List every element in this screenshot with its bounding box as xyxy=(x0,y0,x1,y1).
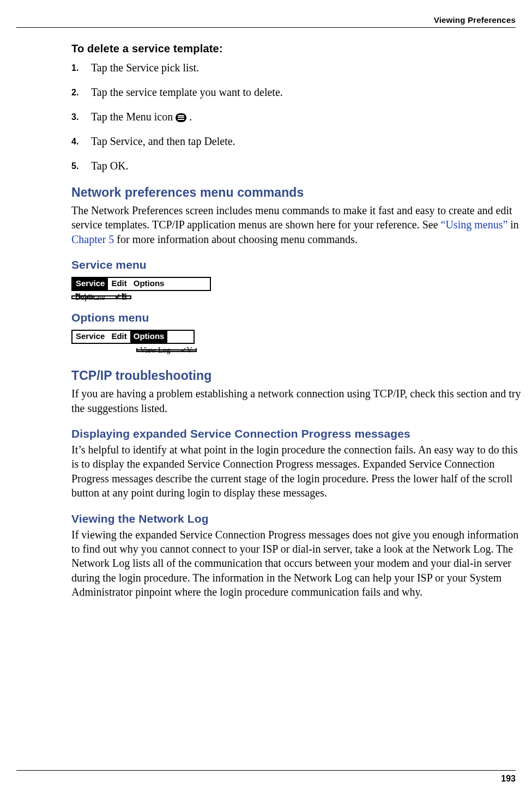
link-chapter-5[interactable]: Chapter 5 xyxy=(71,233,114,245)
menu-dropdown: New✓N Delete…✓D Duplicate✓L xyxy=(72,296,130,298)
step-3: Tap the Menu icon . xyxy=(71,110,524,124)
step-text: Tap the Service pick list. xyxy=(91,62,199,74)
text-run: for more information about choosing menu… xyxy=(114,233,358,245)
menu-dropdown: View Log✓V xyxy=(137,350,196,351)
menu-bar-item-service: Service xyxy=(72,331,108,343)
step-2: Tap the service template you want to del… xyxy=(71,85,524,100)
section-heading-tcpip: TCP/IP troubleshooting xyxy=(71,368,524,383)
link-using-menus[interactable]: “Using menus” xyxy=(441,219,508,231)
text-run: in xyxy=(507,219,519,231)
footer-rule xyxy=(16,770,516,771)
steps-list: Tap the Service pick list. Tap the servi… xyxy=(71,60,524,173)
step-text: Tap OK. xyxy=(91,160,129,172)
step-4: Tap Service, and then tap Delete. xyxy=(71,134,524,149)
options-menu-figure: Service Edit Options View Log✓V xyxy=(71,326,524,352)
step-text: Tap Service, and then tap Delete. xyxy=(91,135,235,147)
subheading-options-menu: Options menu xyxy=(71,311,524,324)
menu-icon xyxy=(176,113,186,122)
menu-item-label: View Log xyxy=(137,350,174,351)
menu-item-shortcut: ✓L xyxy=(108,298,130,298)
section-heading-netprefs: Network preferences menu commands xyxy=(71,185,524,200)
progress-paragraph: It’s helpful to identify at what point i… xyxy=(71,443,524,500)
task-heading: To delete a service template: xyxy=(71,43,524,55)
subheading-netlog: Viewing the Network Log xyxy=(71,512,524,525)
page-number: 193 xyxy=(501,774,516,784)
menu-bar-item-options: Options xyxy=(130,278,168,290)
step-text: Tap the Menu icon xyxy=(91,111,176,123)
menu-bar-item-service: Service xyxy=(72,278,108,290)
menu-bar: Service Edit Options xyxy=(72,278,210,290)
step-text-tail: . xyxy=(186,111,192,123)
menu-bar-item-edit: Edit xyxy=(108,278,130,290)
menu-bar-item-edit: Edit xyxy=(108,331,130,343)
netprefs-paragraph: The Network Preferences screen includes … xyxy=(71,203,524,246)
service-menu-figure: Service Edit Options New✓N Delete…✓D Dup… xyxy=(71,274,524,299)
netlog-paragraph: If viewing the expanded Service Connecti… xyxy=(71,528,524,600)
header-section-title: Viewing Preferences xyxy=(434,15,516,25)
menu-bar-item-options: Options xyxy=(130,331,168,343)
subheading-progress: Displaying expanded Service Connection P… xyxy=(71,427,524,440)
menu-item-shortcut: ✓V xyxy=(174,350,196,351)
step-text: Tap the service template you want to del… xyxy=(91,86,283,98)
step-1: Tap the Service pick list. xyxy=(71,60,524,75)
tcpip-paragraph: If you are having a problem establishing… xyxy=(71,386,524,415)
subheading-service-menu: Service menu xyxy=(71,258,524,271)
header-rule xyxy=(16,27,516,28)
step-5: Tap OK. xyxy=(71,159,524,173)
menu-item-label: Duplicate xyxy=(72,298,108,298)
menu-bar: Service Edit Options xyxy=(72,331,194,343)
